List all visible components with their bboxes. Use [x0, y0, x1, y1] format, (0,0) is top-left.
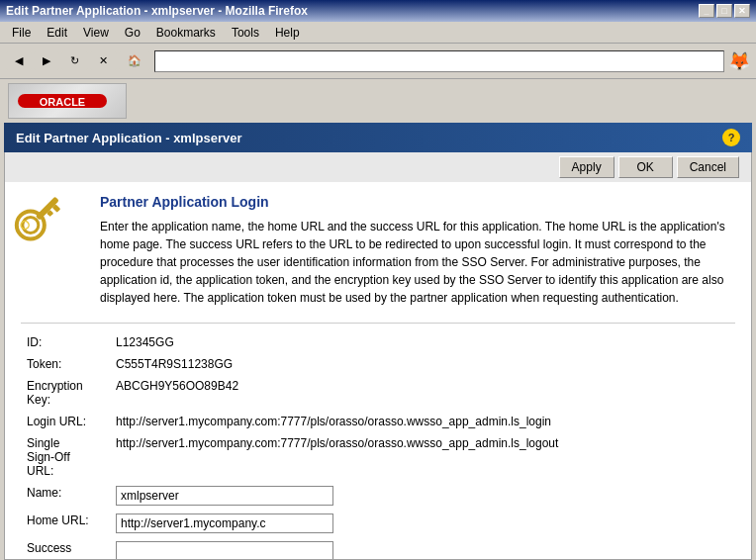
window-controls: _ □ ✕ [699, 4, 750, 18]
table-row: Token: C555T4R9S11238GG [21, 353, 735, 375]
reload-button[interactable]: ↻ [61, 51, 88, 70]
id-label: ID: [21, 331, 110, 353]
divider [21, 323, 735, 324]
svg-text:ORACLE: ORACLE [40, 96, 85, 108]
menu-file[interactable]: File [4, 24, 39, 42]
name-input-cell [110, 482, 735, 510]
token-label: Token: [21, 353, 110, 375]
form-table: ID: L12345GG Token: C555T4R9S11238GG Enc… [21, 331, 735, 560]
cancel-button[interactable]: Cancel [677, 156, 739, 178]
content-scroll[interactable]: Partner Application Login Enter the appl… [4, 182, 752, 560]
key-icon-area [13, 190, 82, 259]
section-title: Partner Application Login [100, 194, 735, 210]
home-url-label: Home URL: [21, 510, 110, 537]
name-label: Name: [21, 482, 110, 510]
window-title-text: Edit Partner Application - xmlpserver - … [6, 4, 308, 18]
table-row: Name: [21, 482, 735, 510]
menubar: File Edit View Go Bookmarks Tools Help [0, 22, 756, 44]
ok-button[interactable]: OK [618, 156, 673, 178]
oracle-header: ORACLE [0, 79, 756, 123]
page-title: Edit Partner Application - xmlpserver [16, 131, 242, 145]
action-bar: Apply OK Cancel [4, 152, 752, 182]
forward-button[interactable]: ▶ [34, 51, 59, 70]
table-row: Home URL: [21, 510, 735, 537]
svg-point-7 [19, 219, 30, 230]
home-url-input-cell [110, 510, 735, 537]
stop-button[interactable]: ✕ [90, 51, 117, 70]
close-button[interactable]: ✕ [734, 4, 750, 18]
apply-button[interactable]: Apply [559, 156, 614, 178]
menu-tools[interactable]: Tools [224, 24, 267, 42]
table-row: Success [21, 537, 735, 560]
menu-go[interactable]: Go [117, 24, 148, 42]
success-input-cell [110, 537, 735, 560]
encryption-value: ABCGH9Y56OO89B42 [110, 375, 735, 411]
success-input[interactable] [116, 541, 333, 560]
help-icon[interactable]: ? [722, 129, 740, 146]
menu-help[interactable]: Help [267, 24, 308, 42]
table-row: Login URL: http://server1.mycompany.com:… [21, 411, 735, 432]
table-row: ID: L12345GG [21, 331, 735, 353]
back-button[interactable]: ◀ [6, 51, 32, 70]
id-value: L12345GG [110, 331, 735, 353]
oracle-logo: ORACLE [8, 83, 127, 119]
menu-edit[interactable]: Edit [39, 24, 75, 42]
signoff-url-label: SingleSign-OffURL: [21, 432, 110, 482]
table-row: EncryptionKey: ABCGH9Y56OO89B42 [21, 375, 735, 411]
login-url-value: http://server1.mycompany.com:7777/pls/or… [110, 411, 735, 432]
menu-view[interactable]: View [75, 24, 117, 42]
login-url-label: Login URL: [21, 411, 110, 432]
key-icon [4, 182, 93, 270]
address-bar[interactable] [154, 50, 724, 72]
table-row: SingleSign-OffURL: http://server1.mycomp… [21, 432, 735, 482]
home-button[interactable]: 🏠 [119, 51, 150, 70]
token-value: C555T4R9S11238GG [110, 353, 735, 375]
name-input[interactable] [116, 486, 333, 506]
toolbar: ◀ ▶ ↻ ✕ 🏠 🦊 [0, 44, 756, 79]
minimize-button[interactable]: _ [699, 4, 714, 18]
signoff-url-value: http://server1.mycompany.com:7777/pls/or… [110, 432, 735, 482]
window-titlebar: Edit Partner Application - xmlpserver - … [0, 0, 756, 22]
page-title-bar: Edit Partner Application - xmlpserver ? [4, 123, 752, 152]
home-url-input[interactable] [116, 513, 333, 533]
success-label: Success [21, 537, 110, 560]
encryption-label: EncryptionKey: [21, 375, 110, 411]
description-text: Enter the application name, the home URL… [100, 218, 727, 307]
main-container: ORACLE Edit Partner Application - xmlpse… [0, 79, 756, 560]
firefox-logo: 🦊 [728, 50, 750, 72]
window-title: Edit Partner Application - xmlpserver - … [6, 4, 308, 18]
maximize-button[interactable]: □ [716, 4, 732, 18]
menu-bookmarks[interactable]: Bookmarks [148, 24, 224, 42]
